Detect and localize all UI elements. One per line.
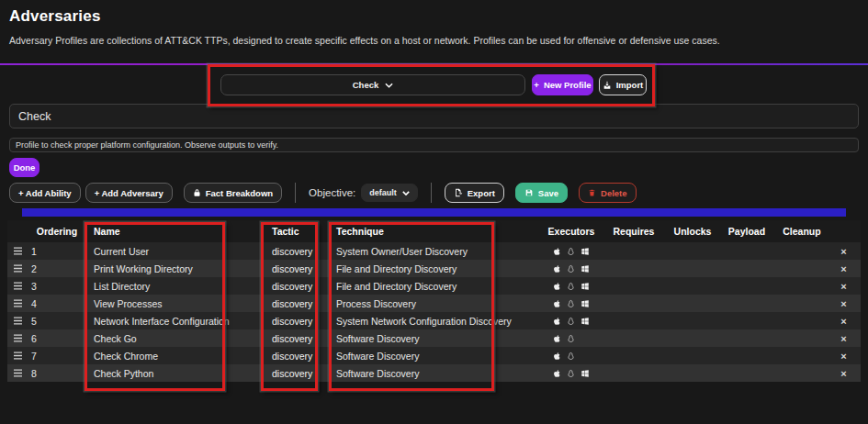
column-header-payload: Payload xyxy=(716,226,777,237)
linux-icon xyxy=(567,317,575,326)
drag-handle-icon xyxy=(13,247,23,255)
ability-name-cell[interactable]: Check Chrome xyxy=(86,351,265,362)
remove-ability-button[interactable]: × xyxy=(827,368,861,379)
apple-icon xyxy=(553,351,561,361)
tactic-cell: discovery xyxy=(265,263,323,274)
windows-icon xyxy=(581,247,590,256)
delete-label: Delete xyxy=(601,188,627,198)
tactic-link[interactable]: discovery xyxy=(272,368,312,379)
remove-ability-button[interactable]: × xyxy=(827,281,861,292)
drag-handle[interactable] xyxy=(7,247,28,255)
trash-icon xyxy=(588,188,596,197)
export-button[interactable]: Export xyxy=(445,183,504,203)
toolbar-divider xyxy=(431,183,432,203)
technique-cell: Software Discovery xyxy=(323,351,544,362)
technique-cell: File and Directory Discovery xyxy=(323,263,544,274)
drag-handle[interactable] xyxy=(7,282,28,290)
technique-cell: Process Discovery xyxy=(323,298,544,309)
executors-cell xyxy=(544,369,599,378)
drag-handle[interactable] xyxy=(7,317,28,325)
ability-name-cell[interactable]: List Directory xyxy=(86,281,265,292)
done-button[interactable]: Done xyxy=(9,158,39,177)
ability-name-cell[interactable]: Check Go xyxy=(86,333,265,344)
tactic-link[interactable]: discovery xyxy=(272,298,312,309)
technique-cell: System Owner/User Discovery xyxy=(323,246,544,257)
remove-ability-button[interactable]: × xyxy=(827,298,861,309)
chevron-down-icon xyxy=(402,191,410,195)
tactic-link[interactable]: discovery xyxy=(272,263,312,274)
add-adversary-button[interactable]: + Add Adversary xyxy=(85,183,173,203)
tactic-link[interactable]: discovery xyxy=(272,246,312,257)
column-header-unlocks: Unlocks xyxy=(669,226,716,237)
apple-icon xyxy=(553,264,561,273)
delete-button[interactable]: Delete xyxy=(579,183,637,203)
remove-ability-button[interactable]: × xyxy=(827,316,861,327)
tactic-cell: discovery xyxy=(265,281,323,292)
fact-breakdown-button[interactable]: Fact Breakdown xyxy=(184,183,282,203)
profile-select-dropdown[interactable]: Check xyxy=(220,74,525,95)
remove-ability-button[interactable]: × xyxy=(827,263,861,274)
remove-ability-button[interactable]: × xyxy=(827,246,861,257)
plus-icon: + xyxy=(534,80,539,90)
tactic-link[interactable]: discovery xyxy=(272,316,312,327)
table-body: 1Current UserdiscoverySystem Owner/User … xyxy=(7,242,861,382)
remove-ability-button[interactable]: × xyxy=(827,351,861,362)
windows-icon xyxy=(581,317,590,326)
add-ability-button[interactable]: + Add Ability xyxy=(9,183,81,203)
drag-handle-icon xyxy=(13,334,23,342)
drag-handle[interactable] xyxy=(7,299,28,307)
windows-icon xyxy=(581,264,590,273)
drag-handle-icon xyxy=(13,282,23,290)
windows-icon xyxy=(581,369,590,378)
ordering-cell: 1 xyxy=(28,246,86,257)
executors-cell xyxy=(544,299,599,308)
linux-icon xyxy=(567,334,575,343)
loading-bar xyxy=(22,208,846,217)
windows-icon xyxy=(581,282,590,291)
tactic-link[interactable]: discovery xyxy=(272,281,312,292)
technique-cell: Software Discovery xyxy=(323,333,544,344)
apple-icon xyxy=(553,299,561,308)
tactic-link[interactable]: discovery xyxy=(272,351,312,362)
tactic-cell: discovery xyxy=(265,316,323,327)
apple-icon xyxy=(553,369,561,378)
ability-name-cell[interactable]: Current User xyxy=(86,246,265,257)
drag-handle[interactable] xyxy=(7,369,28,377)
header-divider xyxy=(0,63,868,65)
profile-select-value: Check xyxy=(353,80,379,90)
column-header-ordering: Ordering xyxy=(28,226,86,237)
table-row: 8Check PythondiscoverySoftware Discovery… xyxy=(7,364,861,382)
remove-ability-button[interactable]: × xyxy=(827,333,861,344)
objective-value: default xyxy=(369,188,397,197)
profile-name-input[interactable] xyxy=(9,104,859,128)
save-button[interactable]: Save xyxy=(515,183,568,203)
tactic-cell: discovery xyxy=(265,298,323,309)
tactic-link[interactable]: discovery xyxy=(272,333,312,344)
ability-name-cell[interactable]: Print Working Directory xyxy=(86,263,265,274)
ability-name-cell[interactable]: Check Python xyxy=(86,368,265,379)
new-profile-label: New Profile xyxy=(544,80,592,90)
drag-handle[interactable] xyxy=(7,264,28,273)
linux-icon xyxy=(567,282,575,291)
executors-cell xyxy=(544,264,599,273)
import-button[interactable]: Import xyxy=(599,74,647,95)
linux-icon xyxy=(567,351,575,361)
import-label: Import xyxy=(616,80,644,90)
objective-select[interactable]: default xyxy=(361,184,418,202)
toolbar: + Add Ability + Add Adversary Fact Break… xyxy=(9,183,637,203)
new-profile-button[interactable]: + New Profile xyxy=(532,74,593,95)
ordering-cell: 4 xyxy=(28,298,86,309)
drag-handle[interactable] xyxy=(7,351,28,360)
apple-icon xyxy=(553,247,561,256)
page-subtitle: Adversary Profiles are collections of AT… xyxy=(9,35,720,46)
column-header-executors: Executors xyxy=(544,226,599,237)
windows-icon xyxy=(581,299,590,308)
ordering-cell: 3 xyxy=(28,281,86,292)
ability-name-cell[interactable]: Network Interface Configuration xyxy=(86,316,265,327)
ability-name-cell[interactable]: View Processes xyxy=(86,298,265,309)
adversaries-page: Adversaries Adversary Profiles are colle… xyxy=(0,0,868,424)
profile-description-input[interactable] xyxy=(9,138,859,152)
drag-handle[interactable] xyxy=(7,334,28,342)
ordering-cell: 2 xyxy=(28,263,86,274)
column-header-cleanup: Cleanup xyxy=(777,226,827,237)
